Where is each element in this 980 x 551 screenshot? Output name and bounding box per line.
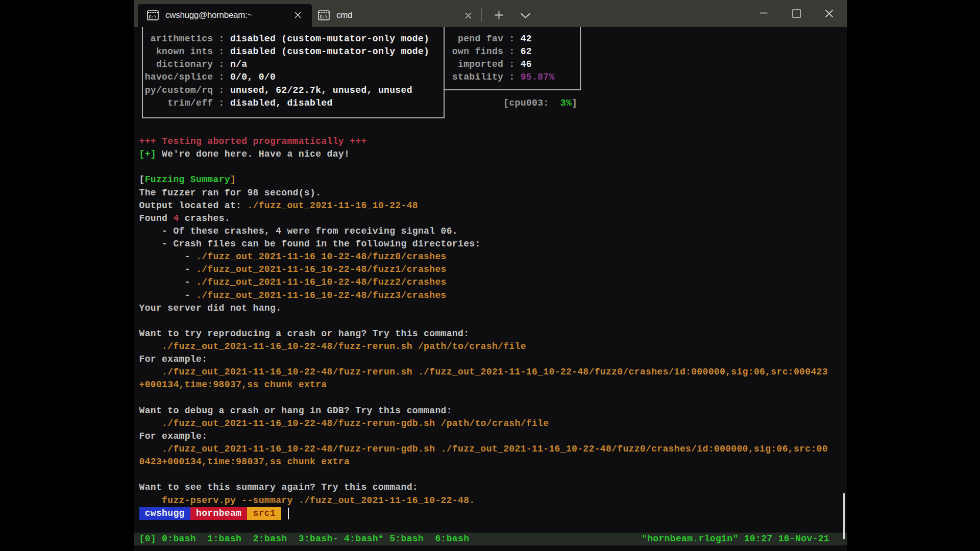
svg-text:C:\: C:\ — [149, 15, 156, 20]
svg-text:C:\: C:\ — [320, 15, 327, 20]
